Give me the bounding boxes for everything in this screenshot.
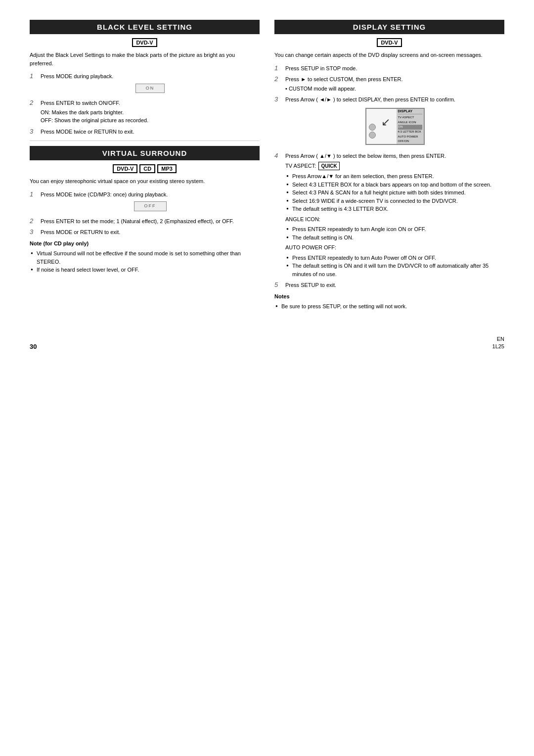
aspect-bullet-3: Select 4:3 PAN & SCAN for a full height … xyxy=(286,189,504,197)
screen-diagram: ↙ DISPLAY TV ASPECT ANGLE ICON xyxy=(285,108,504,145)
step-number: 1 xyxy=(30,72,39,80)
vs-step-3: 3 Press MODE or RETURN to exit. xyxy=(30,228,260,236)
cd-badge: CD xyxy=(139,164,155,173)
auto-power-label: AUTO POWER OFF: xyxy=(285,243,504,252)
step-number: 1 xyxy=(274,64,283,72)
step-number: 5 xyxy=(274,281,283,288)
mp3-badge: MP3 xyxy=(157,164,177,173)
aspect-bullet-1: Press Arrow▲/▼ for an item selection, th… xyxy=(286,172,504,181)
sub-lines: ON: Makes the dark parts brighter. OFF: … xyxy=(41,108,260,125)
step-text: Press MODE during playback. ON xyxy=(41,72,260,96)
right-column: DISPLAY SETTING DVD-V You can change cer… xyxy=(274,20,504,311)
arrow-icon: ↙ xyxy=(381,114,390,130)
black-level-step-1: 1 Press MODE during playback. ON xyxy=(30,72,260,96)
icon-circle-1 xyxy=(369,124,376,131)
note-block: Note (for CD play only) Virtual Surround… xyxy=(30,239,260,274)
code-line-2: 1L25 xyxy=(492,343,504,350)
step-text: Press ► to select CUSTOM, then press ENT… xyxy=(285,75,504,93)
dvd-v-badge-display: DVD-V xyxy=(377,38,401,47)
ds-step-4: 4 Press Arrow ( ▲/▼ ) to select the belo… xyxy=(274,152,504,279)
left-column: BLACK LEVEL SETTING DVD-V Adjust the Bla… xyxy=(30,20,260,311)
display-setting-badge-row: DVD-V xyxy=(274,38,504,47)
quick-badge: QUICK xyxy=(318,162,339,170)
angle-bullet-1: Press ENTER repeatedly to turn Angle ico… xyxy=(286,225,504,234)
dvd-v-badge-black: DVD-V xyxy=(132,38,157,47)
virtual-surround-badge-row: DVD-V CD MP3 xyxy=(30,164,260,173)
screen-inner: ↙ DISPLAY TV ASPECT ANGLE ICON xyxy=(366,109,424,144)
auto-bullet-1: Press ENTER repeatedly to turn Auto Powe… xyxy=(286,254,504,262)
menu-header: DISPLAY xyxy=(398,108,422,114)
black-level-badge-row: DVD-V xyxy=(30,38,260,47)
screen-box: ↙ DISPLAY TV ASPECT ANGLE ICON xyxy=(365,108,425,145)
screen-icons xyxy=(369,124,376,139)
display-setting-intro: You can change certain aspects of the DV… xyxy=(274,51,504,59)
display-note-1: Be sure to press SETUP, or the setting w… xyxy=(275,302,504,311)
step-text: Press MODE twice (CD/MP3: once) during p… xyxy=(41,190,260,214)
aspect-bullet-5: The default setting is 4:3 LETTER BOX. xyxy=(286,205,504,213)
step-number: 2 xyxy=(30,99,39,106)
step-text: Press MODE or RETURN to exit. xyxy=(41,228,260,236)
aspect-bullet-2: Select 4:3 LETTER BOX for a black bars a… xyxy=(286,181,504,189)
aspect-bullet-4: Select 16:9 WIDE if a wide-screen TV is … xyxy=(286,197,504,205)
step-text: Press SETUP in STOP mode. xyxy=(285,64,504,73)
menu-item-3: 4:3 LETTER BOX xyxy=(398,130,422,135)
display-notes-list: Be sure to press SETUP, or the setting w… xyxy=(275,302,504,311)
icon-circle-2 xyxy=(369,132,376,139)
dvd-v-badge: DVD-V xyxy=(113,164,137,173)
ds-step-2: 2 Press ► to select CUSTOM, then press E… xyxy=(274,75,504,93)
virtual-surround-section: VIRTUAL SURROUND DVD-V CD MP3 You can en… xyxy=(30,146,260,274)
black-level-section: BLACK LEVEL SETTING DVD-V Adjust the Bla… xyxy=(30,20,260,136)
step-text: Press SETUP to exit. xyxy=(285,281,504,289)
vs-step-2: 2 Press ENTER to set the mode; 1 (Natura… xyxy=(30,217,260,226)
step-text: Press Arrow ( ▲/▼ ) to select the below … xyxy=(285,152,504,279)
divider xyxy=(30,141,260,141)
aspect-section: TV ASPECT: QUICK xyxy=(285,162,504,170)
main-content: BLACK LEVEL SETTING DVD-V Adjust the Bla… xyxy=(30,20,504,311)
auto-bullet-2: The default setting is ON and it will tu… xyxy=(286,262,504,278)
aspect-bullet-list: Press Arrow▲/▼ for an item selection, th… xyxy=(286,172,504,213)
vs-step-1: 1 Press MODE twice (CD/MP3: once) during… xyxy=(30,190,260,214)
menu-item-2: ANGLE ICON xyxy=(398,120,422,125)
note-item-1: Virtual Surround will not be effective i… xyxy=(31,249,260,266)
black-level-title: BLACK LEVEL SETTING xyxy=(30,20,260,34)
black-level-step-2: 2 Press ENTER to switch ON/OFF. ON: Make… xyxy=(30,99,260,125)
device-box-on: ON xyxy=(135,84,165,94)
step-number: 2 xyxy=(30,217,39,225)
menu-item-selected: ON xyxy=(398,125,422,130)
ds-step-3: 3 Press Arrow ( ◄/► ) to select DISPLAY,… xyxy=(274,95,504,149)
step-number: 1 xyxy=(30,190,39,198)
black-level-step-3: 3 Press MODE twice or RETURN to exit. xyxy=(30,128,260,136)
page-code: EN 1L25 xyxy=(492,335,504,351)
display-setting-section: DISPLAY SETTING DVD-V You can change cer… xyxy=(274,20,504,311)
notes-title: Notes xyxy=(274,292,504,301)
black-level-intro: Adjust the Black Level Settings to make … xyxy=(30,51,260,67)
step-number: 3 xyxy=(274,95,283,103)
menu-item-1: TV ASPECT xyxy=(398,115,422,120)
virtual-surround-title: VIRTUAL SURROUND xyxy=(30,146,260,160)
note-item-2: If noise is heard select lower level, or… xyxy=(31,266,260,274)
step-text: Press ENTER to switch ON/OFF. ON: Makes … xyxy=(41,99,260,125)
sub-lines: • CUSTOM mode will appear. xyxy=(285,85,504,93)
note-list: Virtual Surround will not be effective i… xyxy=(31,249,260,274)
ds-step-5: 5 Press SETUP to exit. xyxy=(274,281,504,289)
device-diagram-on: ON xyxy=(41,84,260,94)
step-text: Press ENTER to set the mode; 1 (Natural … xyxy=(41,217,260,226)
display-notes-block: Notes Be sure to press SETUP, or the set… xyxy=(274,292,504,311)
angle-label: ANGLE ICON: xyxy=(285,215,504,224)
angle-bullet-list: Press ENTER repeatedly to turn Angle ico… xyxy=(286,225,504,241)
step-number: 4 xyxy=(274,152,283,159)
step-number: 3 xyxy=(30,228,39,236)
angle-bullet-2: The default setting is ON. xyxy=(286,234,504,242)
page-number: 30 xyxy=(30,343,37,350)
menu-item-4: AUTO POWER OFF/ON xyxy=(398,135,422,144)
step-text: Press Arrow ( ◄/► ) to select DISPLAY, t… xyxy=(285,95,504,149)
note-title: Note (for CD play only) xyxy=(30,240,89,246)
display-setting-title: DISPLAY SETTING xyxy=(274,20,504,34)
ds-step-1: 1 Press SETUP in STOP mode. xyxy=(274,64,504,73)
virtual-surround-intro: You can enjoy stereophonic virtual space… xyxy=(30,177,260,186)
screen-menu: DISPLAY TV ASPECT ANGLE ICON ON 4:3 LETT… xyxy=(397,108,424,145)
device-box-off: OFF xyxy=(134,201,167,211)
auto-power-bullet-list: Press ENTER repeatedly to turn Auto Powe… xyxy=(286,254,504,279)
step-number: 2 xyxy=(274,75,283,83)
code-line-1: EN xyxy=(492,335,504,343)
